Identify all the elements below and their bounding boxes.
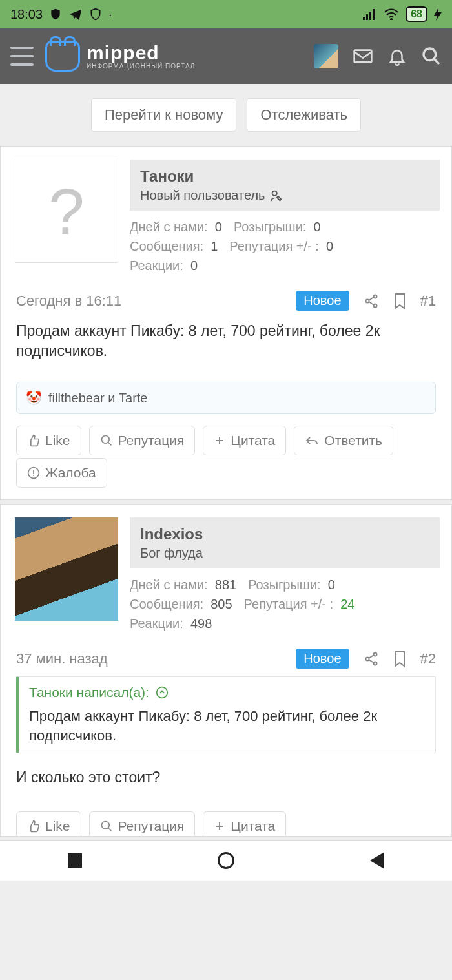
plus-icon bbox=[214, 435, 225, 446]
user-avatar[interactable] bbox=[314, 44, 338, 68]
mail-icon[interactable] bbox=[353, 46, 373, 67]
like-button[interactable]: Like bbox=[16, 426, 81, 455]
plus-icon bbox=[214, 820, 225, 832]
goto-new-button[interactable]: Перейти к новому bbox=[91, 98, 236, 132]
reputation-button[interactable]: Репутация bbox=[89, 426, 196, 455]
post-username[interactable]: Indexios bbox=[140, 525, 429, 543]
post: Indexios Бог флуда Дней с нами: 881 Розы… bbox=[0, 504, 452, 836]
post-user-rank: Бог флуда bbox=[140, 546, 429, 561]
menu-button[interactable] bbox=[10, 47, 34, 66]
follow-button[interactable]: Отслеживать bbox=[247, 98, 361, 132]
svg-point-7 bbox=[272, 191, 276, 195]
share-icon[interactable] bbox=[364, 293, 379, 309]
shield-outline-icon bbox=[89, 8, 102, 21]
svg-rect-3 bbox=[373, 9, 375, 20]
reply-icon bbox=[305, 435, 319, 446]
signal-icon bbox=[363, 8, 377, 20]
post-username[interactable]: Таноки bbox=[140, 167, 429, 185]
quote-button[interactable]: Цитата bbox=[203, 426, 286, 455]
post: ? Таноки Новый пользователь Дней с нами:… bbox=[0, 146, 452, 500]
nav-back-button[interactable] bbox=[370, 852, 384, 869]
svg-rect-0 bbox=[363, 17, 365, 20]
bookmark-icon[interactable] bbox=[393, 293, 406, 309]
svg-rect-2 bbox=[369, 12, 371, 20]
post-user-rank: Новый пользователь bbox=[140, 188, 429, 203]
quote-block: Таноки написал(а): Продам аккаунт Пикабу… bbox=[16, 676, 436, 753]
status-time: 18:03 bbox=[10, 7, 43, 22]
quote-button[interactable]: Цитата bbox=[203, 811, 286, 836]
svg-point-4 bbox=[391, 19, 392, 20]
site-logo[interactable]: mipped информационный портал bbox=[45, 41, 195, 72]
battery-indicator: 68 bbox=[406, 6, 427, 22]
charging-icon bbox=[434, 8, 442, 21]
alert-icon bbox=[27, 466, 40, 479]
new-badge[interactable]: Новое bbox=[296, 291, 349, 311]
reactions-bar[interactable]: 🤡 fillthebear и Tarte bbox=[16, 382, 436, 414]
share-icon[interactable] bbox=[364, 651, 379, 667]
like-button[interactable]: Like bbox=[16, 811, 81, 836]
svg-point-11 bbox=[101, 436, 109, 444]
android-status-bar: 18:03 · 68 bbox=[0, 0, 452, 28]
post-number[interactable]: #1 bbox=[420, 293, 436, 309]
user-edit-icon bbox=[269, 189, 283, 203]
post-number[interactable]: #2 bbox=[420, 651, 436, 667]
clown-emoji: 🤡 bbox=[26, 390, 42, 406]
app-header: mipped информационный портал bbox=[0, 28, 452, 84]
report-button[interactable]: Жалоба bbox=[16, 458, 107, 488]
shield-icon bbox=[49, 8, 62, 21]
wifi-icon bbox=[384, 8, 399, 20]
status-dot: · bbox=[108, 7, 112, 22]
search-icon[interactable] bbox=[421, 46, 442, 67]
thread-actions: Перейти к новому Отслеживать bbox=[0, 84, 452, 146]
svg-point-6 bbox=[424, 48, 436, 61]
new-badge[interactable]: Новое bbox=[296, 649, 349, 669]
brand-subtitle: информационный портал bbox=[87, 63, 195, 70]
android-nav-bar bbox=[0, 840, 452, 881]
arrow-up-circle-icon[interactable] bbox=[156, 686, 169, 699]
post-timestamp[interactable]: Сегодня в 16:11 bbox=[16, 293, 121, 309]
thumbs-up-icon bbox=[27, 434, 40, 447]
user-avatar-image[interactable] bbox=[15, 517, 118, 621]
reputation-button[interactable]: Репутация bbox=[89, 811, 196, 836]
thumbs-up-icon bbox=[27, 820, 40, 833]
reply-button[interactable]: Ответить bbox=[294, 426, 393, 455]
post-content: И сколько это стоит? bbox=[1, 762, 451, 799]
bookmark-icon[interactable] bbox=[393, 651, 406, 667]
svg-rect-1 bbox=[366, 14, 368, 20]
svg-point-16 bbox=[157, 687, 168, 698]
brand-name: mipped bbox=[87, 43, 195, 63]
nav-home-button[interactable] bbox=[218, 852, 234, 869]
quote-text: Продам аккаунт Пикабу: 8 лет, 700 рейтин… bbox=[29, 707, 425, 745]
user-avatar-placeholder[interactable]: ? bbox=[15, 160, 118, 263]
telegram-icon bbox=[68, 7, 83, 21]
post-content: Продам аккаунт Пикабу: 8 лет, 700 рейтин… bbox=[1, 316, 451, 373]
post-timestamp[interactable]: 37 мин. назад bbox=[16, 651, 108, 667]
search-small-icon bbox=[100, 434, 113, 447]
logo-icon bbox=[45, 41, 80, 72]
svg-point-17 bbox=[101, 821, 109, 829]
svg-rect-5 bbox=[354, 50, 372, 63]
reactors-text: fillthebear и Tarte bbox=[48, 391, 147, 406]
nav-recent-button[interactable] bbox=[68, 853, 82, 868]
bell-icon[interactable] bbox=[387, 46, 407, 67]
search-small-icon bbox=[100, 820, 113, 833]
